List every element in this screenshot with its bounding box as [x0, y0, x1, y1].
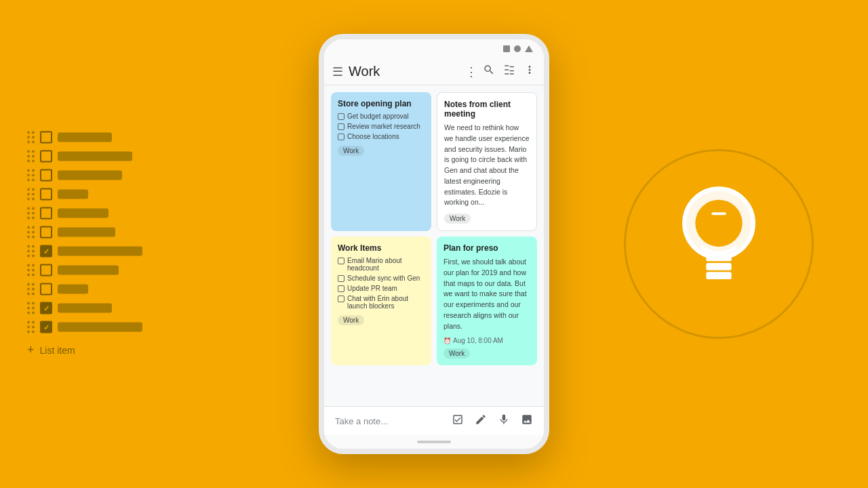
- drag-handle[interactable]: [27, 321, 35, 333]
- header-right-actions: [483, 64, 536, 79]
- note-body: First, we should talk about our plan for…: [443, 257, 530, 331]
- list-item: [27, 245, 142, 258]
- checkbox-checked[interactable]: [40, 245, 52, 258]
- svg-rect-2: [711, 212, 726, 215]
- item-bar: [58, 209, 108, 218]
- note-tag[interactable]: Work: [338, 315, 364, 325]
- drag-handle[interactable]: [27, 207, 35, 220]
- checklist-item: Get budget approval: [338, 113, 425, 120]
- check-box[interactable]: [338, 123, 344, 130]
- note-checklist: Get budget approval Review market resear…: [338, 113, 425, 140]
- item-bar: [58, 152, 132, 161]
- status-bar: [324, 39, 544, 58]
- note-tag[interactable]: Work: [444, 214, 471, 224]
- checkbox-checked[interactable]: [40, 302, 52, 314]
- drag-handle[interactable]: [27, 150, 35, 163]
- add-item-row[interactable]: + List item: [27, 343, 142, 357]
- list-item: [27, 150, 142, 163]
- checkbox[interactable]: [40, 131, 52, 144]
- pen-icon[interactable]: [475, 413, 487, 428]
- left-checklist-panel: + List item: [27, 131, 142, 357]
- add-icon: +: [27, 343, 35, 357]
- google-keep-logo: [624, 149, 814, 339]
- wifi-icon: [525, 45, 533, 52]
- note-plan-preso[interactable]: Plan for preso First, we should talk abo…: [437, 237, 537, 365]
- checkbox[interactable]: [40, 226, 52, 239]
- check-box[interactable]: [338, 285, 344, 292]
- checkbox[interactable]: [40, 188, 52, 201]
- checkbox[interactable]: [40, 264, 52, 277]
- checkbox-checked[interactable]: [40, 321, 52, 333]
- list-item: [27, 207, 142, 220]
- note-work-items[interactable]: Work Items Email Mario about headcount S…: [331, 237, 431, 365]
- lightbulb-icon: [665, 176, 773, 312]
- note-title: Store opening plan: [338, 99, 425, 108]
- drag-handle[interactable]: [27, 245, 35, 258]
- list-item: [27, 264, 142, 277]
- app-header: ☰ Work ⋮: [324, 58, 544, 85]
- list-item: [27, 188, 142, 201]
- check-box[interactable]: [338, 258, 344, 264]
- drag-handle[interactable]: [27, 302, 35, 314]
- battery-icon: [503, 45, 510, 52]
- svg-rect-4: [706, 263, 731, 270]
- list-item: [27, 169, 142, 182]
- checklist-icon[interactable]: [452, 413, 464, 428]
- svg-rect-5: [706, 272, 731, 279]
- hamburger-menu-icon[interactable]: ☰: [332, 64, 343, 79]
- list-item: [27, 283, 142, 296]
- checkbox[interactable]: [40, 207, 52, 220]
- layout-toggle-icon[interactable]: [503, 64, 515, 79]
- checklist-item: Chat with Erin about launch blockers: [338, 295, 425, 310]
- take-note-input[interactable]: Take a note...: [335, 416, 452, 426]
- home-bar: [417, 441, 451, 443]
- item-bar: [58, 190, 88, 199]
- drag-handle[interactable]: [27, 264, 35, 277]
- note-client-meeting[interactable]: Notes from client meeting We need to ret…: [437, 92, 537, 231]
- list-item: [27, 131, 142, 144]
- checkbox[interactable]: [40, 283, 52, 296]
- drag-handle[interactable]: [27, 188, 35, 201]
- note-title: Work Items: [338, 243, 425, 253]
- checklist-item: Review market research: [338, 123, 425, 130]
- note-date: ⏰ Aug 10, 8:00 AM: [443, 337, 530, 344]
- list-item: [27, 321, 142, 333]
- drag-handle[interactable]: [27, 169, 35, 182]
- add-item-label: List item: [40, 344, 75, 355]
- item-bar: [58, 133, 112, 142]
- check-box[interactable]: [338, 296, 344, 302]
- note-tag[interactable]: Work: [338, 146, 364, 156]
- bottom-action-icons: [452, 413, 533, 428]
- overflow-menu-icon[interactable]: [524, 64, 536, 79]
- app-title: Work: [349, 64, 460, 79]
- item-bar: [58, 228, 115, 237]
- drag-handle[interactable]: [27, 283, 35, 296]
- item-bar: [58, 285, 88, 294]
- bottom-bar: Take a note...: [324, 406, 544, 435]
- item-bar: [58, 171, 122, 180]
- checklist-item: Choose locations: [338, 133, 425, 140]
- drag-handle[interactable]: [27, 226, 35, 239]
- image-icon[interactable]: [521, 413, 533, 428]
- search-icon[interactable]: [483, 64, 495, 79]
- mic-icon[interactable]: [498, 413, 510, 428]
- checkbox[interactable]: [40, 150, 52, 163]
- note-title: Notes from client meeting: [444, 100, 530, 119]
- checklist-item: Schedule sync with Gen: [338, 274, 425, 282]
- note-tag[interactable]: Work: [443, 348, 470, 359]
- item-bar: [58, 323, 142, 332]
- checkbox[interactable]: [40, 169, 52, 182]
- note-body: We need to rethink how we handle user ex…: [444, 123, 530, 208]
- drag-handle[interactable]: [27, 131, 35, 144]
- list-item: [27, 226, 142, 239]
- check-box[interactable]: [338, 113, 344, 120]
- phone: ☰ Work ⋮ Store opening plan: [319, 34, 549, 454]
- list-item: [27, 302, 142, 314]
- logo-circle: [624, 149, 814, 339]
- note-checklist: Email Mario about headcount Schedule syn…: [338, 257, 425, 310]
- note-store-opening[interactable]: Store opening plan Get budget approval R…: [331, 92, 431, 231]
- item-bar: [58, 304, 112, 313]
- check-box[interactable]: [338, 134, 344, 140]
- header-overflow-left-icon[interactable]: ⋮: [465, 64, 477, 79]
- check-box[interactable]: [338, 275, 344, 282]
